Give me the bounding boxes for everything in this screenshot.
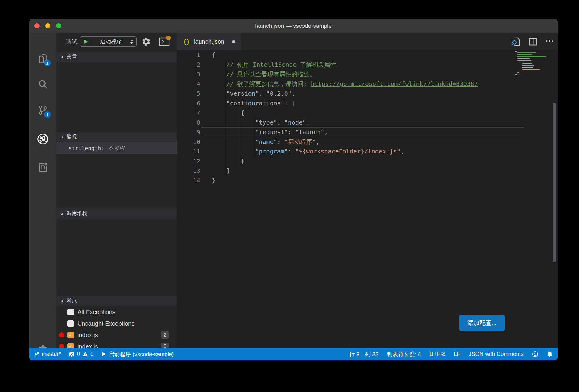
code-content[interactable]: { // 使用 IntelliSense 了解相关属性。 // 悬停以查看现有属…: [212, 50, 478, 185]
breakpoint-row[interactable]: ✓index.js5: [56, 341, 177, 348]
line-number[interactable]: 12: [177, 156, 200, 166]
watch-expression-row[interactable]: str.length: 不可用: [56, 142, 177, 154]
code-line[interactable]: }: [212, 175, 478, 185]
line-number[interactable]: 9: [177, 127, 200, 137]
line-number[interactable]: 4: [177, 79, 200, 89]
problems-status-item[interactable]: 0 0: [69, 351, 94, 357]
line-number[interactable]: 2: [177, 60, 200, 69]
line-number[interactable]: 6: [177, 98, 200, 108]
code-token: :: [277, 138, 284, 145]
maximize-window-button[interactable]: [56, 23, 61, 28]
search-icon: [37, 86, 48, 91]
line-numbers-gutter[interactable]: 1234567891011121314: [177, 50, 200, 185]
line-number[interactable]: 11: [177, 147, 200, 156]
feedback-smiley-icon[interactable]: [532, 351, 538, 357]
code-line[interactable]: // 悬停以查看现有属性的描述。: [212, 69, 478, 79]
line-number[interactable]: 1: [177, 50, 200, 60]
code-line[interactable]: "version": "0.2.0",: [212, 89, 478, 98]
extensions-icon: [37, 168, 48, 173]
line-number[interactable]: 7: [177, 108, 200, 118]
section-header-variables[interactable]: 变量: [56, 52, 177, 62]
breakpoint-row[interactable]: All Exceptions: [56, 306, 177, 318]
editor-area: {} launch.json: [177, 33, 558, 348]
editor-scrollbar[interactable]: [553, 103, 556, 262]
debug-sidebar: 调试 启动程序: [56, 33, 177, 348]
status-item[interactable]: 行 9，列 33: [349, 350, 378, 358]
breakpoint-label: Uncaught Exceptions: [78, 318, 134, 329]
code-line[interactable]: }: [212, 156, 478, 166]
code-line[interactable]: "name": "启动程序",: [212, 137, 478, 147]
add-configuration-button[interactable]: 添加配置...: [459, 315, 505, 331]
open-changes-button[interactable]: [511, 37, 521, 46]
modified-dot-icon[interactable]: [232, 40, 235, 43]
tab-launch-json[interactable]: {} launch.json: [177, 33, 241, 50]
breakpoint-checkbox[interactable]: [67, 309, 74, 315]
scm-badge: 1: [44, 111, 51, 118]
branch-status-item[interactable]: master*: [34, 351, 61, 357]
breakpoint-checkbox[interactable]: [67, 320, 74, 327]
breakpoint-checkbox[interactable]: ✓: [67, 332, 74, 338]
status-item[interactable]: UTF-8: [429, 351, 445, 357]
split-editor-button[interactable]: [528, 37, 538, 46]
breakpoint-dot: [59, 332, 64, 337]
code-line[interactable]: "configurations": [: [212, 98, 478, 108]
section-header-watch[interactable]: 监视: [56, 132, 177, 142]
code-token: // 使用 IntelliSense 了解相关属性。: [212, 61, 342, 68]
explorer-badge: 1: [44, 60, 51, 66]
debug-configuration-dropdown[interactable]: 启动程序: [80, 36, 137, 47]
code-line[interactable]: "request": "launch",: [212, 127, 478, 137]
code-token: {: [212, 109, 244, 116]
code-line[interactable]: // 欲了解更多信息，请访问: https://go.microsoft.com…: [212, 79, 478, 89]
status-item[interactable]: 制表符长度: 4: [387, 350, 421, 358]
code-line[interactable]: ]: [212, 166, 478, 175]
sidebar-item-debug[interactable]: [36, 133, 49, 145]
debug-console-active-dot: [166, 36, 171, 40]
code-token: ,: [316, 138, 319, 145]
breakpoint-row[interactable]: ✓index.js2: [56, 329, 177, 341]
minimap-line: [522, 67, 533, 68]
breakpoint-checkbox[interactable]: ✓: [67, 343, 74, 348]
line-number[interactable]: 14: [177, 175, 200, 185]
start-debug-icon[interactable]: [84, 39, 88, 44]
window-title: launch.json — vscode-sample: [29, 19, 558, 33]
debug-target-status-item[interactable]: 启动程序 (vscode-sample): [101, 350, 174, 358]
code-token: "request": "launch",: [212, 128, 328, 136]
minimize-window-button[interactable]: [45, 23, 50, 28]
code-line[interactable]: "program": "${workspaceFolder}/index.js"…: [212, 147, 478, 156]
code-line[interactable]: {: [212, 108, 478, 118]
code-line[interactable]: {: [212, 50, 478, 60]
sidebar-item-extensions[interactable]: [37, 161, 48, 172]
more-actions-button[interactable]: [546, 40, 553, 42]
code-token: ,: [400, 148, 404, 155]
minimap-line: [520, 71, 522, 71]
error-count: 0: [77, 351, 80, 357]
watch-value: 不可用: [108, 144, 124, 152]
section-header-breakpoints[interactable]: 断点: [56, 296, 177, 306]
status-item[interactable]: LF: [454, 351, 460, 357]
code-line[interactable]: // 使用 IntelliSense 了解相关属性。: [212, 60, 478, 69]
line-number[interactable]: 5: [177, 89, 200, 98]
minimap-line: [517, 56, 546, 57]
line-number[interactable]: 8: [177, 118, 200, 127]
status-item[interactable]: JSON with Comments: [469, 351, 524, 357]
close-window-button[interactable]: [34, 23, 40, 28]
line-number[interactable]: 3: [177, 69, 200, 79]
code-token: ]: [212, 167, 230, 174]
section-header-call-stack[interactable]: 调用堆栈: [56, 208, 177, 219]
debug-console-icon: [159, 42, 170, 47]
ellipsis-icon: [546, 40, 547, 42]
configure-launch-button[interactable]: [141, 37, 151, 46]
line-number[interactable]: 10: [177, 137, 200, 147]
sidebar-item-search[interactable]: [37, 79, 48, 90]
comment-link[interactable]: https://go.microsoft.com/fwlink/?linkid=…: [311, 80, 478, 87]
breakpoint-row[interactable]: Uncaught Exceptions: [56, 318, 177, 329]
breakpoint-label: index.js: [78, 329, 98, 341]
code-line[interactable]: "type": "node",: [212, 118, 478, 127]
code-token: }: [212, 157, 244, 165]
minimap-line: [517, 58, 530, 59]
minimap[interactable]: [514, 51, 549, 76]
line-number[interactable]: 13: [177, 166, 200, 175]
section-title: 断点: [67, 296, 77, 306]
code-token: :: [288, 148, 295, 155]
notifications-bell-icon[interactable]: [547, 351, 553, 357]
